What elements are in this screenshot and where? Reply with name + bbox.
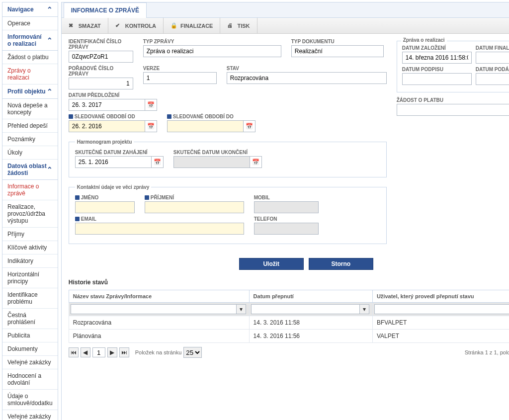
input-podani[interactable] bbox=[476, 73, 509, 85]
label-email: EMAIL bbox=[75, 216, 244, 222]
table-row[interactable]: Rozpracována 14. 3. 2016 11:58 BFVALPET bbox=[69, 316, 509, 330]
pager-last[interactable]: ⏭ bbox=[119, 347, 129, 357]
chevron-up-icon: ⌃ bbox=[47, 166, 53, 173]
label-obdobi-do: SLEDOVANÉ OBDOBÍ DO bbox=[167, 114, 255, 119]
col-datum[interactable]: Datum přepnutí bbox=[249, 290, 372, 303]
filter-nazev[interactable] bbox=[71, 304, 237, 314]
check-icon: ✔ bbox=[115, 22, 122, 29]
input-prijmeni[interactable] bbox=[145, 201, 244, 213]
pager-per-label: Položek na stránku bbox=[135, 349, 182, 355]
history-title: Historie stavů bbox=[69, 279, 509, 286]
pager-per-select[interactable]: 25 bbox=[183, 347, 202, 358]
check-button[interactable]: ✔KONTROLA bbox=[108, 18, 164, 33]
input-zahajeni[interactable] bbox=[75, 156, 152, 168]
input-typ-zpravy[interactable] bbox=[143, 45, 281, 57]
filter-icon[interactable]: ▾ bbox=[359, 304, 369, 314]
nav-section-informovani[interactable]: Informování o realizaci ⌃ bbox=[2, 30, 58, 51]
label-zalozeni: DATUM ZALOŽENÍ bbox=[402, 45, 472, 51]
label-telefon: TELEFON bbox=[254, 216, 319, 222]
nav-item-publicita[interactable]: Publicita bbox=[2, 329, 58, 342]
fieldset-harmonogram: Harmonogram projektu SKUTEČNÉ DATUM ZAHÁ… bbox=[69, 139, 387, 177]
save-button[interactable]: Uložit bbox=[239, 258, 304, 270]
nav-item-cestna[interactable]: Čestná prohlášení bbox=[2, 309, 58, 329]
pager-next[interactable]: ▶ bbox=[107, 347, 117, 357]
nav-section-profil[interactable]: Profil objektu ⌃ bbox=[2, 84, 58, 99]
tab-informace-zprave[interactable]: INFORMACE O ZPRÁVĚ bbox=[64, 2, 147, 18]
nav-item-verejne-zakazky[interactable]: Veřejné zakázky bbox=[2, 356, 58, 369]
nav-item-klicove-aktivity[interactable]: Klíčové aktivity bbox=[2, 241, 58, 254]
label-typ-zpravy: TYP ZPRÁVY bbox=[143, 39, 281, 44]
col-uzivatel[interactable]: Uživatel, který provedl přepnutí stavu bbox=[372, 290, 509, 303]
nav-item-operace[interactable]: Operace bbox=[2, 17, 58, 30]
nav-item-informace-zprave[interactable]: Informace o zprávě bbox=[2, 180, 58, 200]
nav-item-dokumenty[interactable]: Dokumenty bbox=[2, 342, 58, 356]
nav-item-realizace[interactable]: Realizace, provoz/údržba výstupu bbox=[2, 200, 58, 228]
cell-datum: 14. 3. 2016 11:58 bbox=[249, 316, 372, 330]
label-typ-dokumentu: TYP DOKUMENTU bbox=[291, 39, 384, 44]
input-predlozeni[interactable] bbox=[69, 99, 145, 111]
input-stav[interactable] bbox=[227, 72, 387, 84]
nav-item-poznamky[interactable]: Poznámky bbox=[2, 133, 58, 146]
label-podani: DATUM PODÁNÍ bbox=[476, 67, 509, 72]
label-jmeno: JMÉNO bbox=[75, 195, 135, 200]
input-zalozeni[interactable] bbox=[402, 52, 472, 64]
pager-prev[interactable]: ◀ bbox=[81, 347, 90, 357]
finalize-button[interactable]: 🔒FINALIZACE bbox=[164, 18, 220, 33]
nav-section-datova[interactable]: Datová oblast žádosti ⌃ bbox=[2, 160, 58, 180]
label-finalizace: DATUM FINALIZACE bbox=[476, 45, 509, 51]
input-zadost-platbu[interactable] bbox=[397, 104, 509, 116]
input-id-zpravy[interactable] bbox=[69, 51, 133, 63]
nav-section-navigace[interactable]: Navigace ⌃ bbox=[2, 2, 58, 17]
lock-icon: 🔒 bbox=[170, 22, 177, 29]
calendar-icon[interactable]: 📅 bbox=[145, 120, 157, 132]
delete-icon: ✖ bbox=[69, 22, 76, 29]
cell-user: BFVALPET bbox=[372, 316, 509, 330]
label-ukonceni: SKUTEČNÉ DATUM UKONČENÍ bbox=[173, 150, 262, 155]
input-mobil[interactable] bbox=[254, 201, 319, 213]
nav-item-zadost-platbu[interactable]: Žádost o platbu bbox=[2, 51, 58, 64]
filter-datum[interactable] bbox=[251, 304, 360, 314]
chevron-up-icon: ⌃ bbox=[47, 87, 53, 95]
nav-item-hodnoceni[interactable]: Hodnocení a odvolání bbox=[2, 369, 58, 390]
input-email[interactable] bbox=[75, 223, 244, 235]
table-row[interactable]: Plánována 14. 3. 2016 11:56 VALPET bbox=[69, 330, 509, 343]
nav-item-identifikace-problemu[interactable]: Identifikace problému bbox=[2, 288, 58, 309]
label-mobil: MOBIL bbox=[254, 195, 319, 200]
box-zprava-realizaci: Zpráva o realizaci DATUM ZALOŽENÍ DATUM … bbox=[397, 41, 509, 92]
cancel-button[interactable]: Storno bbox=[309, 258, 373, 270]
input-verze[interactable] bbox=[143, 72, 217, 84]
pager-page-input[interactable] bbox=[92, 347, 105, 357]
input-typ-dokumentu[interactable] bbox=[291, 45, 384, 57]
pager-first[interactable]: ⏮ bbox=[69, 347, 79, 357]
col-nazev[interactable]: Název stavu Zprávy/Informace bbox=[69, 290, 249, 303]
input-ukonceni[interactable] bbox=[173, 156, 250, 168]
filter-uzivatel[interactable] bbox=[374, 304, 509, 314]
nav-item-horizontalni[interactable]: Horizontální principy bbox=[2, 268, 58, 288]
nav-item-prehled-depesi[interactable]: Přehled depeší bbox=[2, 119, 58, 133]
calendar-icon[interactable]: 📅 bbox=[145, 99, 157, 111]
calendar-icon[interactable]: 📅 bbox=[152, 156, 164, 168]
input-jmeno[interactable] bbox=[75, 201, 135, 213]
calendar-icon[interactable]: 📅 bbox=[250, 156, 262, 168]
nav-item-zpravy-realizaci[interactable]: Zprávy o realizaci bbox=[2, 64, 58, 84]
nav-item-nova-depese[interactable]: Nová depeše a koncepty bbox=[2, 99, 58, 119]
input-finalizace[interactable] bbox=[476, 52, 509, 64]
nav-section-title: Navigace bbox=[7, 6, 34, 13]
label-zahajeni: SKUTEČNÉ DATUM ZAHÁJENÍ bbox=[75, 150, 164, 155]
nav-item-ukoly[interactable]: Úkoly bbox=[2, 146, 58, 160]
nav-item-indikatory[interactable]: Indikátory bbox=[2, 254, 58, 268]
nav-item-prijmy[interactable]: Příjmy bbox=[2, 228, 58, 241]
nav-item-vz-etapy[interactable]: Veřejné zakázky - etapy bbox=[2, 410, 58, 420]
input-obdobi-do[interactable] bbox=[167, 120, 244, 132]
nav-item-udaje-smlouve[interactable]: Údaje o smlouvě/dodatku bbox=[2, 390, 58, 410]
print-button[interactable]: 🖨TISK bbox=[220, 18, 257, 33]
calendar-icon[interactable]: 📅 bbox=[244, 120, 255, 132]
nav-section-title: Datová oblast žádosti bbox=[7, 163, 47, 176]
input-obdobi-od[interactable] bbox=[69, 120, 145, 132]
input-poradove[interactable] bbox=[69, 78, 133, 89]
delete-button[interactable]: ✖SMAZAT bbox=[62, 18, 108, 33]
filter-icon[interactable]: ▾ bbox=[236, 304, 246, 314]
cell-stav: Plánována bbox=[69, 330, 249, 343]
input-podpisu[interactable] bbox=[402, 73, 472, 85]
input-telefon[interactable] bbox=[254, 223, 319, 235]
